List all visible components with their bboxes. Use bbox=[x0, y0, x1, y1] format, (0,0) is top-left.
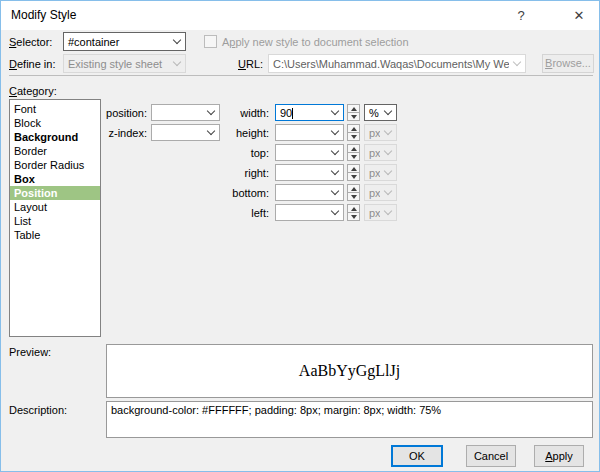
ok-button[interactable]: OK bbox=[391, 445, 443, 467]
top-spinner bbox=[347, 144, 360, 161]
z-index-field-label: z-index: bbox=[87, 124, 147, 139]
width-spinner bbox=[347, 104, 360, 121]
height-combobox[interactable] bbox=[275, 124, 344, 141]
spinner-up-icon[interactable] bbox=[347, 124, 360, 133]
chevron-down-icon[interactable] bbox=[327, 111, 343, 114]
chevron-down-icon[interactable] bbox=[327, 191, 343, 194]
height-field-label: height: bbox=[219, 124, 269, 139]
chevron-down-icon[interactable] bbox=[327, 211, 343, 214]
width-combobox[interactable]: 90 bbox=[275, 104, 344, 121]
chevron-down-icon bbox=[380, 211, 396, 214]
z-index-combobox[interactable] bbox=[151, 124, 220, 141]
spinner-down-icon[interactable] bbox=[347, 113, 360, 121]
position-field-label: position: bbox=[87, 104, 147, 119]
chevron-down-icon bbox=[380, 131, 396, 134]
define-in-label: Define in: bbox=[9, 58, 55, 70]
chevron-down-icon[interactable] bbox=[169, 40, 185, 43]
spinner-down-icon[interactable] bbox=[347, 153, 360, 161]
chevron-down-icon bbox=[380, 171, 396, 174]
chevron-down-icon[interactable] bbox=[203, 131, 219, 134]
define-in-combobox: Existing style sheet bbox=[63, 54, 186, 73]
top-combobox[interactable] bbox=[275, 144, 344, 161]
left-combobox[interactable] bbox=[275, 204, 344, 221]
chevron-down-icon[interactable] bbox=[327, 151, 343, 154]
width-field-label: width: bbox=[219, 104, 269, 119]
category-item-list[interactable]: List bbox=[10, 214, 100, 228]
spinner-down-icon[interactable] bbox=[347, 133, 360, 141]
height-unit-combobox: px bbox=[364, 124, 397, 141]
description-text: background-color: #FFFFFF; padding: 8px;… bbox=[111, 404, 441, 416]
top-field-label: top: bbox=[219, 144, 269, 159]
position-combobox[interactable] bbox=[151, 104, 220, 121]
preview-label: Preview: bbox=[9, 346, 51, 358]
height-spinner bbox=[347, 124, 360, 141]
top-unit-combobox: px bbox=[364, 144, 397, 161]
right-unit-combobox: px bbox=[364, 164, 397, 181]
spinner-up-icon[interactable] bbox=[347, 184, 360, 193]
category-item-border[interactable]: Border bbox=[10, 144, 100, 158]
bottom-unit-combobox: px bbox=[364, 184, 397, 201]
spinner-down-icon[interactable] bbox=[347, 213, 360, 221]
preview-sample-text: AaBbYyGgLlJj bbox=[299, 362, 400, 380]
spinner-up-icon[interactable] bbox=[347, 104, 360, 113]
category-item-layout[interactable]: Layout bbox=[10, 200, 100, 214]
text-caret bbox=[292, 108, 293, 119]
description-label: Description: bbox=[9, 404, 67, 416]
bottom-combobox[interactable] bbox=[275, 184, 344, 201]
selector-value: #container bbox=[64, 36, 169, 48]
chevron-down-icon[interactable] bbox=[327, 171, 343, 174]
chevron-down-icon bbox=[380, 191, 396, 194]
chevron-down-icon bbox=[509, 62, 525, 65]
dialog-title: Modify Style bbox=[11, 8, 76, 22]
selector-combobox[interactable]: #container bbox=[63, 32, 186, 51]
category-label: Category: bbox=[9, 85, 57, 97]
define-in-value: Existing style sheet bbox=[64, 58, 169, 70]
close-icon[interactable]: ✕ bbox=[564, 6, 594, 26]
chevron-down-icon[interactable] bbox=[203, 111, 219, 114]
apply-style-checkbox bbox=[204, 35, 217, 48]
category-item-border-radius[interactable]: Border Radius bbox=[10, 158, 100, 172]
left-unit-combobox: px bbox=[364, 204, 397, 221]
spinner-down-icon[interactable] bbox=[347, 173, 360, 181]
url-combobox: C:\Users\Muhammad.Waqas\Documents\My Web… bbox=[268, 54, 526, 73]
url-value: C:\Users\Muhammad.Waqas\Documents\My Web… bbox=[269, 58, 509, 70]
help-icon[interactable]: ? bbox=[506, 6, 536, 26]
spinner-up-icon[interactable] bbox=[347, 204, 360, 213]
chevron-down-icon[interactable] bbox=[327, 131, 343, 134]
left-spinner bbox=[347, 204, 360, 221]
header-separator bbox=[9, 75, 593, 76]
spinner-up-icon[interactable] bbox=[347, 144, 360, 153]
apply-style-checkbox-label: Apply new style to document selection bbox=[222, 36, 409, 48]
chevron-down-icon bbox=[380, 151, 396, 154]
right-spinner bbox=[347, 164, 360, 181]
description-box: background-color: #FFFFFF; padding: 8px;… bbox=[106, 401, 593, 438]
apply-button[interactable]: Apply bbox=[534, 445, 584, 467]
browse-button: Browse... bbox=[542, 54, 594, 73]
category-item-table[interactable]: Table bbox=[10, 228, 100, 242]
spinner-down-icon[interactable] bbox=[347, 193, 360, 201]
preview-box: AaBbYyGgLlJj bbox=[106, 344, 593, 398]
bottom-field-label: bottom: bbox=[219, 184, 269, 199]
category-item-position[interactable]: Position bbox=[10, 186, 100, 200]
right-combobox[interactable] bbox=[275, 164, 344, 181]
category-item-box[interactable]: Box bbox=[10, 172, 100, 186]
bottom-spinner bbox=[347, 184, 360, 201]
right-field-label: right: bbox=[219, 164, 269, 179]
modify-style-dialog: Modify Style ? ✕ Selector: #container Ap… bbox=[0, 0, 600, 472]
width-unit-combobox[interactable]: % bbox=[364, 104, 397, 121]
chevron-down-icon bbox=[169, 62, 185, 65]
selector-label: Selector: bbox=[9, 36, 52, 48]
url-label: URL: bbox=[238, 58, 263, 70]
cancel-button[interactable]: Cancel bbox=[466, 445, 516, 467]
left-field-label: left: bbox=[219, 204, 269, 219]
chevron-down-icon[interactable] bbox=[380, 111, 396, 114]
spinner-up-icon[interactable] bbox=[347, 164, 360, 173]
title-bar: Modify Style ? ✕ bbox=[1, 1, 599, 30]
